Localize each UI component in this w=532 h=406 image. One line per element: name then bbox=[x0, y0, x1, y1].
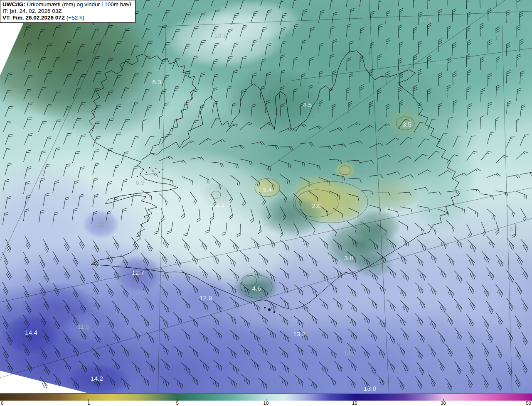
precip-value-label: 14.2 bbox=[91, 375, 103, 382]
colorbar-tick-label: 1 bbox=[87, 401, 90, 406]
precip-value-label: 13.0 bbox=[364, 385, 377, 392]
precip-value-label: 6.3 bbox=[152, 78, 161, 86]
precip-value-label: 8.2 bbox=[453, 187, 462, 194]
title-line: UWC/IG: Úrkomumætti (mm) og vindur í 100… bbox=[2, 1, 131, 8]
precip-value-label: 3.9 bbox=[384, 206, 394, 213]
precip-value-label: 12.9 bbox=[200, 294, 212, 301]
weather-map-app: 10.310.410.96.34.53.56.93.44.42.83.98.26… bbox=[0, 0, 532, 406]
valid-time-line: VT: Fim. 26.02.2026 07Z (+52 h) bbox=[2, 15, 131, 21]
precip-value-label: 6.9 bbox=[135, 179, 145, 186]
precip-value-label: 11.9 bbox=[95, 219, 107, 226]
product-label: UWC/IG: bbox=[2, 1, 25, 7]
precip-value-label: 10.9 bbox=[435, 58, 448, 65]
precip-value-label: 10.4 bbox=[419, 16, 432, 23]
precip-value-label: 2.8 bbox=[312, 202, 321, 209]
precip-value-label: 3.8 bbox=[344, 254, 353, 262]
map-title: Úrkomumætti (mm) og vindur í 100m hæð bbox=[25, 1, 131, 7]
colorbar-tick-label: 10 bbox=[264, 401, 269, 406]
precip-value-label: 12.7 bbox=[132, 269, 144, 276]
init-time-line: IT: þri. 24. 02. 2026 03Z bbox=[2, 8, 131, 15]
colorbar-tick-label: 15 bbox=[352, 401, 357, 406]
colorbar-tick-label: 0 bbox=[1, 401, 3, 406]
precip-value-label: 4.4 bbox=[216, 202, 225, 209]
precip-value-label: 10.3 bbox=[214, 32, 227, 39]
precip-value-label: 14.2 bbox=[344, 350, 356, 357]
colorbar-tick-mark bbox=[0, 399, 0, 401]
precipitation-wind-map: 10.310.410.96.34.53.56.93.44.42.83.98.26… bbox=[0, 0, 532, 394]
colorbar-tick-labels: 01510153050 bbox=[0, 401, 532, 406]
precip-value-label: 4.6 bbox=[252, 285, 261, 292]
precip-value-label: 3.5 bbox=[402, 121, 411, 128]
precip-value-label: 3.4 bbox=[263, 186, 272, 193]
map-title-box: UWC/IG: Úrkomumætti (mm) og vindur í 100… bbox=[0, 0, 135, 23]
colorbar-tick-label: 5 bbox=[176, 401, 178, 406]
precip-value-label: 14.4 bbox=[25, 329, 38, 336]
colorbar-tick-label: 30 bbox=[441, 401, 446, 406]
precip-value-label: 4.5 bbox=[303, 101, 312, 108]
valid-offset: (+52 h) bbox=[65, 15, 84, 21]
colorbar-tick-label: 50 bbox=[526, 401, 531, 406]
precip-value-label: 6.1 bbox=[510, 225, 519, 232]
precip-value-label: 11.5 bbox=[77, 323, 89, 330]
precip-value-label: 13.2 bbox=[293, 330, 305, 338]
valid-time: VT: Fim. 26.02.2026 07Z bbox=[2, 15, 65, 21]
